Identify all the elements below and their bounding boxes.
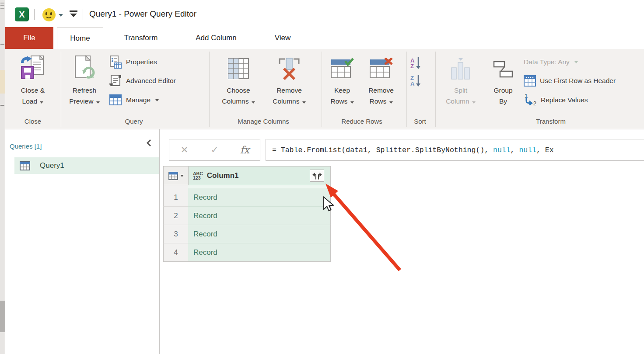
formula-null-literal: null xyxy=(493,146,511,154)
sort-down-arrow-icon xyxy=(416,57,421,69)
replace-values-button[interactable]: 1 2 Replace Values xyxy=(524,91,588,109)
refresh-preview-label-1: Refresh xyxy=(64,85,105,96)
query-name: Query1 xyxy=(40,161,64,170)
sort-down-arrow-icon xyxy=(416,75,421,87)
group-separator xyxy=(406,52,407,127)
refresh-preview-button[interactable]: Refresh Preview xyxy=(64,52,105,115)
grid-row: 4 Record xyxy=(163,243,331,262)
excel-app-icon: X xyxy=(15,7,29,21)
expand-column-button[interactable] xyxy=(310,170,324,182)
dropdown-icon xyxy=(155,99,159,101)
split-column-label-2: Column xyxy=(441,96,481,107)
split-column-button[interactable]: Split Column xyxy=(441,52,481,115)
close-and-load-label-2: Load xyxy=(12,96,53,107)
remove-columns-button[interactable]: Remove Columns xyxy=(267,52,312,115)
remove-rows-label-2: Rows xyxy=(360,96,402,107)
sort-ascending-button[interactable]: A Z xyxy=(410,56,421,71)
sort-za-letter-a: A xyxy=(410,81,414,87)
query-list-item[interactable]: Query1 xyxy=(14,157,159,174)
group-label-manage-columns: Manage Columns xyxy=(228,115,298,128)
grid-header-row: ABC 123 Column1 xyxy=(163,166,331,185)
choose-columns-button[interactable]: Choose Columns xyxy=(214,52,262,115)
grid-row: 2 Record xyxy=(163,207,331,225)
replace-values-icon: 1 2 xyxy=(524,94,537,107)
first-row-as-header-icon xyxy=(524,75,536,87)
formula-null-literal: null xyxy=(519,146,536,154)
dropdown-icon xyxy=(574,61,578,63)
properties-button[interactable]: Properties xyxy=(109,53,157,71)
replace-values-digit-2: 2 xyxy=(533,100,536,107)
dropdown-icon xyxy=(350,101,354,104)
choose-columns-label-2: Columns xyxy=(214,96,262,107)
tab-transform[interactable]: Transform xyxy=(114,27,168,49)
keep-rows-button[interactable]: Keep Rows xyxy=(325,52,360,115)
group-separator xyxy=(322,52,322,127)
expand-column-icon xyxy=(312,171,322,180)
row-number[interactable]: 3 xyxy=(163,225,188,243)
dropdown-icon xyxy=(180,175,184,177)
properties-label: Properties xyxy=(126,58,157,66)
record-cell[interactable]: Record xyxy=(188,225,331,243)
close-and-load-button[interactable]: Close & Load xyxy=(12,52,53,115)
remove-rows-icon xyxy=(360,52,402,85)
keep-rows-label-2: Rows xyxy=(325,96,360,107)
select-all-cell[interactable] xyxy=(163,166,188,185)
column-quality-bar xyxy=(163,185,331,188)
refresh-preview-icon xyxy=(64,52,105,85)
sort-descending-button[interactable]: Z A xyxy=(410,73,421,88)
formula-check-icon[interactable]: ✓ xyxy=(200,145,230,155)
queries-pane: Queries [1] Query1 xyxy=(5,129,160,354)
advanced-editor-button[interactable]: Advanced Editor xyxy=(109,72,176,90)
close-and-load-icon xyxy=(12,52,53,85)
window-title: Query1 - Power Query Editor xyxy=(89,9,196,19)
collapse-pane-icon[interactable] xyxy=(146,139,151,147)
grid-row: 3 Record xyxy=(163,225,331,243)
tab-add-column[interactable]: Add Column xyxy=(182,27,250,49)
manage-button[interactable]: Manage xyxy=(109,91,159,109)
record-cell[interactable]: Record xyxy=(188,188,331,207)
keep-rows-icon xyxy=(325,52,360,85)
strip-highlight xyxy=(0,70,5,94)
remove-columns-label-2: Columns xyxy=(267,96,312,107)
group-label-query: Query xyxy=(106,115,162,128)
customize-toolbar-icon[interactable] xyxy=(70,10,78,17)
column-name: Column1 xyxy=(207,171,239,180)
record-cell[interactable]: Record xyxy=(188,207,331,225)
tab-view[interactable]: View xyxy=(262,27,304,49)
group-label-close: Close xyxy=(12,115,53,128)
remove-columns-label-1: Remove xyxy=(267,85,312,96)
row-number[interactable]: 4 xyxy=(163,243,188,262)
tab-file[interactable]: File xyxy=(5,27,53,49)
refresh-preview-label-2: Preview xyxy=(64,96,105,107)
use-first-row-button[interactable]: Use First Row as Header xyxy=(524,72,616,90)
fx-icon[interactable]: fx xyxy=(230,144,260,156)
remove-columns-icon xyxy=(267,52,312,85)
group-by-button[interactable]: Group By xyxy=(485,52,522,115)
group-by-label-2: By xyxy=(485,96,522,107)
group-by-label-1: Group xyxy=(485,85,522,96)
column-header-column1[interactable]: ABC 123 Column1 xyxy=(188,166,331,185)
preview-grid: ABC 123 Column1 1 Record 2 Record 3 Reco… xyxy=(163,166,331,262)
row-number[interactable]: 2 xyxy=(163,207,188,225)
data-type-button[interactable]: Data Type: Any xyxy=(524,53,578,71)
strip-mark xyxy=(0,44,4,45)
group-label-reduce-rows: Reduce Rows xyxy=(336,115,388,128)
use-first-row-label: Use First Row as Header xyxy=(540,77,616,85)
manage-icon xyxy=(109,94,122,106)
formula-cancel-icon[interactable]: ✕ xyxy=(169,145,200,155)
formula-input[interactable]: = Table.FromList(data1, Splitter.SplitBy… xyxy=(266,139,644,161)
feedback-dropdown-icon[interactable] xyxy=(59,14,63,17)
feedback-smiley-icon[interactable] xyxy=(42,8,56,21)
advanced-editor-icon xyxy=(109,74,122,87)
ribbon-tab-row: File Home Transform Add Column View xyxy=(5,27,644,49)
data-type-badge[interactable]: ABC 123 xyxy=(193,171,203,180)
titlebar-separator xyxy=(34,9,35,20)
advanced-editor-label: Advanced Editor xyxy=(126,77,176,85)
record-cell[interactable]: Record xyxy=(188,243,331,262)
strip-grip-line xyxy=(0,3,4,3)
dropdown-icon xyxy=(472,101,476,104)
row-number[interactable]: 1 xyxy=(163,188,188,207)
remove-rows-button[interactable]: Remove Rows xyxy=(360,52,402,115)
strip-grip-line xyxy=(0,5,4,6)
tab-home[interactable]: Home xyxy=(57,27,103,49)
